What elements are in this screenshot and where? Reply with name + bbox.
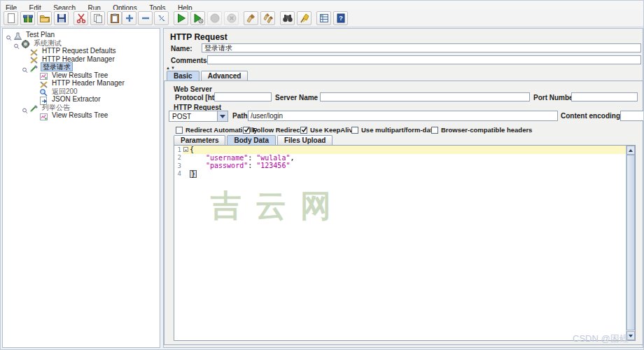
protocol-input[interactable]	[214, 92, 272, 102]
clear-all-brushes-icon	[262, 13, 274, 24]
editor-line: 2 "username": "wulala",	[174, 154, 635, 162]
clear-all-button[interactable]	[260, 11, 275, 25]
method-select[interactable]: POST	[169, 111, 228, 122]
tree-item-json-extractor[interactable]: JSON Extractor	[3, 95, 160, 104]
tree-item-http-header-manager-1[interactable]: HTTP Header Manager	[3, 55, 160, 64]
http-sampler-icon	[29, 63, 38, 71]
paste-clipboard-icon	[109, 13, 120, 24]
function-helper-button[interactable]	[316, 11, 331, 25]
function-helper-grid-icon	[318, 13, 330, 24]
body-tabstrip: Parameters Body Data Files Upload	[174, 135, 334, 145]
server-name-input[interactable]	[320, 92, 530, 102]
checkbox-checked-icon[interactable]	[300, 127, 307, 134]
thread-group-icon	[21, 38, 30, 47]
checkbox-unchecked-icon[interactable]	[351, 127, 358, 134]
templates-gift-icon	[22, 13, 34, 24]
option-use-multipart[interactable]: Use multipart/form-data	[351, 126, 436, 134]
collapse-expand-arrows-icon[interactable]: ▲▼	[166, 66, 176, 70]
tab-advanced[interactable]: Advanced	[201, 71, 248, 80]
copy-icon	[92, 13, 104, 24]
remove-button[interactable]	[138, 11, 153, 25]
tab-parameters[interactable]: Parameters	[174, 135, 225, 145]
menu-bar: File Edit Search Run Options Tools Help	[1, 1, 643, 10]
path-input[interactable]	[248, 111, 558, 121]
checkbox-checked-icon[interactable]	[243, 127, 250, 134]
restart-button[interactable]	[154, 11, 169, 25]
stop-icon	[209, 13, 220, 24]
save-floppy-icon	[56, 13, 67, 24]
shutdown-button[interactable]	[224, 11, 239, 25]
restart-arrows-icon	[156, 13, 167, 24]
duster-icon	[299, 13, 310, 24]
test-plan-flask-icon	[13, 31, 22, 39]
svg-text:?: ?	[339, 15, 343, 22]
open-folder-icon	[39, 13, 50, 24]
editor-line: 4 }	[174, 170, 635, 178]
scrollbar-thumb[interactable]	[626, 155, 635, 330]
templates-button[interactable]	[20, 11, 35, 25]
results-tree-icon	[39, 111, 48, 120]
tree-item-assertion-200[interactable]: 返回200	[3, 88, 160, 96]
minus-icon	[140, 13, 151, 24]
help-button[interactable]: ?	[333, 11, 348, 25]
editor-vertical-scrollbar[interactable]	[626, 146, 635, 340]
search-button[interactable]	[280, 11, 295, 25]
test-plan-tree: Test Plan 系统测试 HTTP Request Defaults HTT…	[2, 28, 160, 348]
fold-collapse-icon[interactable]	[183, 147, 188, 152]
comments-label: Comments:	[171, 57, 209, 64]
web-server-group-label: Web Server	[174, 85, 212, 93]
expand-handle-icon[interactable]	[22, 64, 28, 70]
tab-basic[interactable]: Basic	[167, 71, 200, 80]
option-browser-compatible-headers[interactable]: Browser-compatible headers	[431, 126, 532, 134]
name-label: Name:	[171, 45, 192, 52]
comments-input[interactable]	[207, 55, 641, 64]
stop-button[interactable]	[207, 11, 222, 25]
option-follow-redirects[interactable]: Follow Redirects	[243, 126, 306, 134]
new-button[interactable]	[4, 11, 18, 25]
extractor-icon	[39, 95, 48, 104]
tree-item-login-request[interactable]: 登录请求	[3, 63, 160, 71]
start-no-pauses-button[interactable]	[190, 11, 205, 25]
main-tabstrip: Basic Advanced	[167, 71, 249, 80]
help-book-icon: ?	[335, 13, 346, 24]
option-use-keepalive[interactable]: Use KeepAlive	[300, 126, 356, 134]
add-button[interactable]	[122, 11, 136, 25]
toolbar: ?	[1, 10, 643, 27]
wrench-icon	[29, 55, 38, 63]
expand-handle-icon[interactable]	[6, 31, 12, 38]
start-play-icon	[176, 13, 187, 24]
expand-handle-icon[interactable]	[22, 104, 28, 111]
name-input[interactable]	[202, 43, 641, 52]
checkbox-unchecked-icon[interactable]	[431, 127, 438, 134]
clear-button[interactable]	[244, 11, 258, 25]
method-value: POST	[172, 113, 191, 120]
scroll-up-icon[interactable]	[626, 146, 635, 155]
page-title: HTTP Request	[170, 32, 227, 42]
open-button[interactable]	[37, 11, 52, 25]
port-number-input[interactable]	[571, 92, 638, 102]
tab-body-data[interactable]: Body Data	[227, 135, 275, 145]
tree-item-http-header-manager-2[interactable]: HTTP Header Manager	[3, 79, 160, 88]
tree-item-thread-group[interactable]: 系统测试	[3, 39, 160, 48]
save-button[interactable]	[54, 11, 69, 25]
tab-files-upload[interactable]: Files Upload	[277, 135, 332, 145]
tree-item-test-plan[interactable]: Test Plan	[3, 31, 160, 39]
combo-arrow-icon[interactable]	[217, 111, 227, 121]
binoculars-icon	[282, 13, 293, 24]
scroll-down-icon[interactable]	[626, 331, 635, 340]
paste-button[interactable]	[107, 11, 122, 25]
cut-button[interactable]	[74, 11, 88, 25]
tree-item-list-announcements[interactable]: 列举公告	[3, 104, 160, 112]
plus-icon	[124, 13, 135, 24]
search-reset-button[interactable]	[297, 11, 312, 25]
start-no-pauses-icon	[192, 13, 204, 24]
expand-handle-icon[interactable]	[13, 40, 20, 46]
start-button[interactable]	[174, 11, 188, 25]
copy-button[interactable]	[90, 11, 105, 25]
content-encoding-input[interactable]	[620, 111, 644, 121]
results-tree-icon	[39, 71, 48, 79]
wrench-icon	[39, 79, 48, 88]
checkbox-unchecked-icon[interactable]	[176, 127, 183, 134]
shutdown-icon	[226, 13, 237, 24]
body-data-editor[interactable]: 1 { 2 "username": "wulala", 3 "password"…	[174, 145, 636, 341]
